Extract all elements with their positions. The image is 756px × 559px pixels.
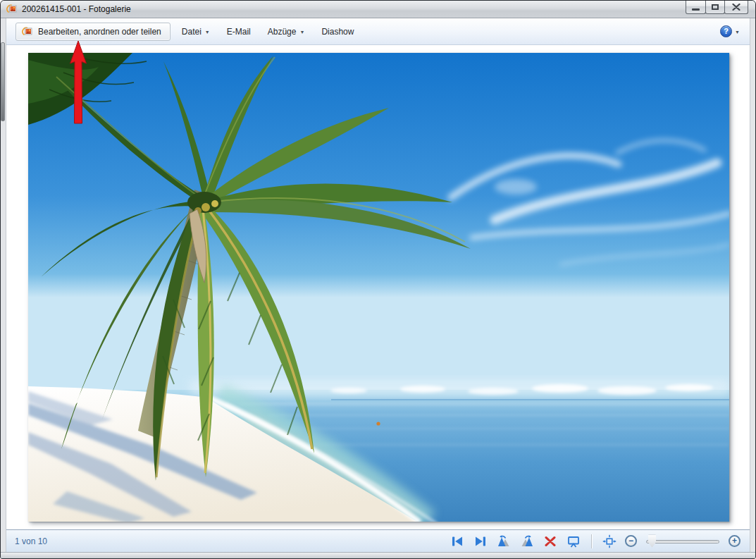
photo-viewer (6, 45, 750, 529)
next-button[interactable] (473, 534, 488, 548)
delete-icon (543, 534, 557, 548)
controls-separator (591, 534, 592, 548)
menu-label: Abzüge (268, 27, 297, 37)
right-window-frame (750, 18, 755, 552)
delete-button[interactable] (543, 534, 558, 548)
slideshow-icon (566, 534, 581, 548)
fit-to-window-button[interactable] (602, 534, 617, 548)
edit-button-label: Bearbeiten, anordnen oder teilen (38, 27, 161, 37)
bottom-window-frame (1, 552, 755, 558)
photo-gallery-window: 200261415-001 - Fotogalerie (0, 0, 756, 559)
menu-datei[interactable]: Datei ▼ (182, 27, 210, 37)
chevron-down-icon: ▼ (735, 30, 740, 35)
photo-gallery-app-icon (6, 4, 18, 15)
titlebar: 200261415-001 - Fotogalerie (1, 1, 755, 18)
toolbar: Bearbeiten, anordnen oder teilen Datei ▼… (6, 18, 750, 45)
rotate-counterclockwise-button[interactable] (496, 534, 512, 548)
menu-label: Datei (182, 27, 202, 37)
chevron-down-icon: ▼ (299, 30, 304, 35)
next-icon (473, 534, 488, 548)
maximize-icon (712, 4, 719, 10)
pane-splitter-grip[interactable] (1, 42, 5, 121)
zoom-slider-track[interactable] (646, 540, 719, 543)
close-button[interactable] (724, 1, 748, 14)
window-title: 200261415-001 - Fotogalerie (22, 4, 131, 14)
beach-photo (28, 53, 729, 522)
menu-label: E-Mail (227, 27, 251, 37)
menu-diashow[interactable]: Diashow (321, 27, 354, 37)
close-icon (732, 4, 740, 11)
fit-to-window-icon (602, 534, 616, 548)
zoom-slider-thumb[interactable] (648, 535, 656, 548)
zoom-slider[interactable] (646, 534, 719, 548)
menu-label: Diashow (321, 27, 354, 37)
minimize-icon (692, 8, 700, 11)
slideshow-button[interactable] (566, 534, 581, 548)
photo-canvas (28, 53, 729, 522)
menu-abzuege[interactable]: Abzüge ▼ (268, 27, 305, 37)
rotate-clockwise-button[interactable] (519, 534, 535, 548)
edit-arrange-share-button[interactable]: Bearbeiten, anordnen oder teilen (16, 23, 171, 41)
zoom-out-button[interactable]: − (625, 535, 637, 547)
menu-email[interactable]: E-Mail (227, 27, 251, 37)
window-controls (686, 1, 748, 14)
zoom-in-button[interactable]: + (729, 535, 740, 547)
statusbar: 1 von 10 (6, 529, 750, 552)
chevron-down-icon: ▼ (205, 30, 210, 35)
previous-icon (450, 534, 464, 548)
minimize-button[interactable] (686, 1, 706, 14)
gallery-icon (22, 26, 33, 37)
navigation-controls: − + (450, 534, 740, 548)
previous-button[interactable] (450, 534, 465, 548)
help-menu[interactable]: ? ▼ (720, 25, 740, 37)
help-icon: ? (720, 25, 732, 37)
maximize-button[interactable] (705, 1, 725, 14)
left-window-frame (1, 18, 6, 552)
rotate-clockwise-icon (520, 534, 534, 548)
rotate-counterclockwise-icon (497, 534, 511, 548)
photo-counter: 1 von 10 (15, 536, 47, 546)
